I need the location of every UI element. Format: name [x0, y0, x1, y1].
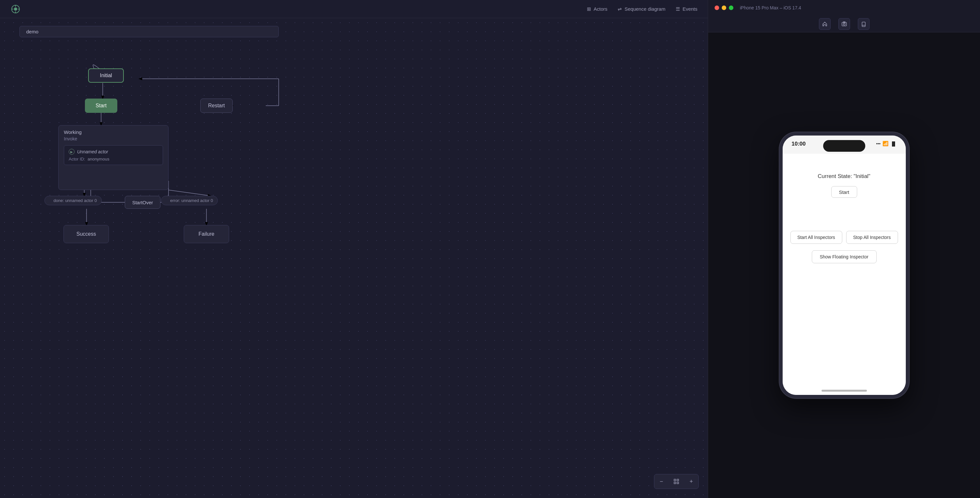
- status-time: 10:00: [792, 141, 806, 147]
- simulator-title: iPhone 15 Pro Max – iOS 17.4: [740, 5, 801, 10]
- phone-wrapper: 10:00 ••• 📶 ▐▌ Current State: "Initial" …: [773, 32, 915, 498]
- events-label: Events: [682, 6, 697, 12]
- node-success[interactable]: Success: [64, 225, 109, 243]
- left-panel: ⊞ Actors ⇌ Sequence diagram ☰ Events dem…: [0, 0, 708, 498]
- sequence-label: Sequence diagram: [625, 6, 665, 12]
- actor-id-row: Actor ID: anonymous: [69, 156, 158, 161]
- right-panel: iPhone 15 Pro Max – iOS 17.4: [708, 0, 980, 498]
- nav-right: ⊞ Actors ⇌ Sequence diagram ☰ Events: [587, 6, 697, 12]
- demo-label: demo: [19, 26, 279, 37]
- phone-content: Current State: "Initial" Start Start All…: [783, 154, 906, 395]
- stop-all-inspectors-button[interactable]: Stop All Inspectors: [846, 231, 898, 244]
- actor-id-key: Actor ID:: [69, 156, 85, 161]
- phone-island: [823, 140, 865, 152]
- actor-name: Unnamed actor: [77, 149, 108, 154]
- phone-frame: 10:00 ••• 📶 ▐▌ Current State: "Initial" …: [780, 132, 909, 398]
- rotate-button[interactable]: [858, 18, 870, 30]
- svg-rect-29: [674, 482, 676, 484]
- traffic-light-yellow[interactable]: [722, 5, 726, 10]
- actors-label: Actors: [594, 6, 608, 12]
- node-startover[interactable]: StartOver: [125, 196, 161, 209]
- actors-icon: ⊞: [587, 6, 591, 12]
- svg-point-1: [14, 8, 17, 11]
- node-initial[interactable]: Initial: [88, 69, 124, 83]
- svg-rect-30: [677, 482, 679, 484]
- actor-box: ▶ Unnamed actor Actor ID: anonymous: [64, 145, 163, 165]
- simulator-titlebar: iPhone 15 Pro Max – iOS 17.4: [708, 0, 980, 16]
- simulator-controls: [708, 16, 980, 32]
- nav-events[interactable]: ☰ Events: [676, 6, 697, 12]
- phone-separator-2: [791, 221, 898, 221]
- show-floating-inspector-button[interactable]: Show Floating Inspector: [812, 250, 877, 263]
- node-working: Working Invoke ▶ Unnamed actor Actor ID:…: [58, 125, 169, 190]
- events-icon: ☰: [676, 6, 680, 12]
- home-button[interactable]: [819, 18, 830, 30]
- phone-start-button[interactable]: Start: [831, 186, 857, 198]
- done-dot: [49, 200, 51, 202]
- actor-row: ▶ Unnamed actor: [69, 149, 158, 155]
- working-title: Working: [64, 129, 82, 135]
- phone-home-indicator: [821, 390, 867, 392]
- nav-sequence[interactable]: ⇌ Sequence diagram: [618, 6, 665, 12]
- current-state-text: Current State: "Initial": [818, 173, 870, 180]
- svg-rect-27: [674, 479, 676, 481]
- node-done-chip: done: unnamed actor 0: [45, 196, 102, 205]
- signal-icon: •••: [876, 141, 880, 146]
- fit-button[interactable]: [669, 474, 684, 488]
- status-icons: ••• 📶 ▐▌: [876, 141, 896, 147]
- node-failure[interactable]: Failure: [184, 225, 229, 243]
- traffic-light-red[interactable]: [714, 5, 719, 10]
- phone-separator: [791, 208, 898, 208]
- sequence-icon: ⇌: [618, 6, 622, 12]
- battery-icon: ▐▌: [891, 141, 896, 146]
- zoom-controls: − +: [654, 474, 699, 489]
- top-nav: ⊞ Actors ⇌ Sequence diagram ☰ Events: [0, 0, 708, 18]
- zoom-out-button[interactable]: −: [654, 474, 668, 488]
- actor-id-val: anonymous: [88, 156, 109, 161]
- zoom-in-button[interactable]: +: [684, 474, 698, 488]
- node-restart[interactable]: Restart: [200, 99, 233, 113]
- invoke-label: Invoke: [64, 136, 77, 141]
- node-start[interactable]: Start: [85, 99, 117, 113]
- diagram-canvas[interactable]: demo: [0, 18, 708, 498]
- start-all-inspectors-button[interactable]: Start All Inspectors: [791, 231, 842, 244]
- app-logo[interactable]: [10, 4, 21, 14]
- actor-play-icon: ▶: [69, 149, 75, 155]
- error-dot: [166, 200, 168, 202]
- wifi-icon: 📶: [883, 141, 889, 147]
- svg-point-32: [843, 23, 845, 25]
- screenshot-button[interactable]: [838, 18, 850, 30]
- svg-rect-28: [677, 479, 679, 481]
- nav-actors[interactable]: ⊞ Actors: [587, 6, 608, 12]
- svg-line-19: [169, 190, 211, 196]
- svg-rect-34: [862, 22, 865, 27]
- phone-inspector-row: Start All Inspectors Stop All Inspectors: [791, 231, 898, 244]
- traffic-light-green[interactable]: [729, 5, 733, 10]
- node-error-chip: error: unnamed actor 0: [161, 196, 218, 205]
